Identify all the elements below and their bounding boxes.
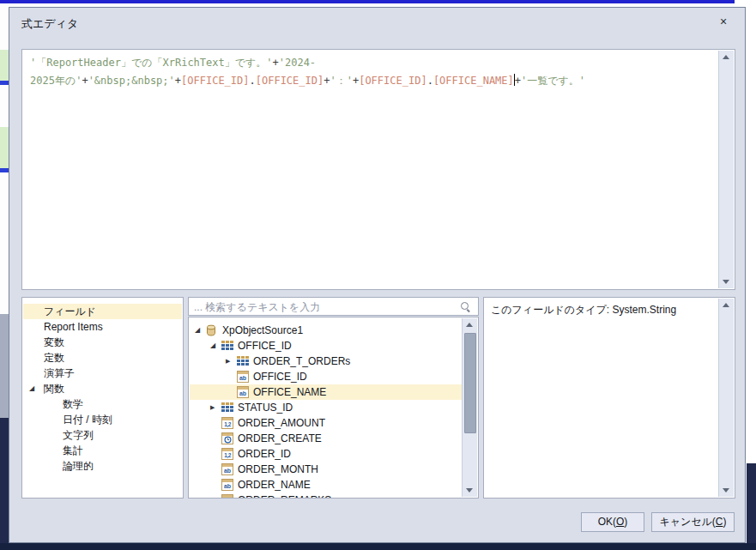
tree-item-label: ORDER_T_ORDERs bbox=[253, 354, 350, 369]
operator-token: . bbox=[250, 75, 256, 87]
tree-item-label: ORDER_ID bbox=[238, 446, 291, 462]
tree-item-label: ORDER_AMOUNT bbox=[238, 415, 325, 431]
tree-item-order-create[interactable]: ORDER_CREATE bbox=[190, 431, 463, 446]
operator-token: + bbox=[82, 75, 88, 87]
expression-line: '「ReportHeader」での「XrRichText」です。'+'2024- bbox=[30, 54, 714, 72]
category-label: 日付 / 時刻 bbox=[63, 412, 112, 427]
expression-editor-dialog: 式エディタ × '「ReportHeader」での「XrRichText」です。… bbox=[9, 7, 746, 543]
tree-scrollbar[interactable] bbox=[462, 318, 477, 497]
scroll-down-icon[interactable] bbox=[719, 275, 733, 288]
tree-item-label: STATUS_ID bbox=[238, 400, 293, 415]
expanded-icon[interactable]: ◢ bbox=[29, 381, 34, 396]
string-token: '：' bbox=[330, 75, 352, 87]
scroll-down-icon[interactable] bbox=[463, 483, 476, 497]
category-label: Report Items bbox=[44, 319, 103, 335]
backdrop-left-strip bbox=[0, 50, 9, 81]
category-item-fields[interactable]: フィールド bbox=[23, 304, 182, 319]
ab-field-icon: ab bbox=[221, 479, 233, 491]
backdrop-left-strip bbox=[0, 85, 9, 127]
tree-item-order-t-orders[interactable]: ▶ ORDER_T_ORDERs bbox=[190, 354, 463, 369]
expanded-icon[interactable]: ◢ bbox=[195, 323, 200, 338]
backdrop-left-strip bbox=[0, 127, 9, 168]
collapsed-icon[interactable]: ▶ bbox=[210, 400, 215, 415]
category-item-string[interactable]: 文字列 bbox=[23, 427, 182, 443]
category-item-math[interactable]: 数学 bbox=[23, 396, 182, 412]
ab-field-icon: ab bbox=[237, 386, 249, 398]
backdrop-right-strip bbox=[747, 463, 756, 550]
ab-field-icon: ab bbox=[221, 463, 233, 475]
field-token: [OFFICE_ID] bbox=[359, 75, 426, 87]
info-scrollbar[interactable] bbox=[718, 299, 734, 497]
backdrop-left-strip bbox=[0, 3, 9, 50]
numeric-field-icon: 1,2 bbox=[221, 417, 233, 429]
tree-item-office-id-table[interactable]: ◢ OFFICE_ID bbox=[190, 338, 463, 354]
search-box[interactable] bbox=[188, 297, 479, 316]
category-label: 集計 bbox=[63, 443, 83, 458]
operator-token: + bbox=[515, 75, 521, 87]
category-item-report-items[interactable]: Report Items bbox=[23, 319, 182, 335]
scroll-down-icon[interactable] bbox=[719, 483, 733, 497]
tree-item-label: XpObjectSource1 bbox=[222, 323, 303, 338]
category-item-variables[interactable]: 変数 bbox=[23, 335, 182, 350]
backdrop-left-strip bbox=[0, 172, 9, 314]
tree-item-label: ORDER_REMARKS bbox=[238, 493, 331, 499]
tree-item-label: ORDER_NAME bbox=[238, 477, 311, 493]
tree-item-order-month[interactable]: ab ORDER_MONTH bbox=[190, 462, 463, 477]
tree-item-label: ORDER_CREATE bbox=[238, 431, 322, 446]
field-tree: ◢ XpObjectSource1 ◢ OFFICE_ID ▶ ORDER_T_… bbox=[188, 317, 479, 499]
operator-token: . bbox=[427, 75, 433, 87]
backdrop-top-blue-strip bbox=[0, 0, 735, 3]
tree-item-office-id-field[interactable]: ab OFFICE_ID bbox=[190, 369, 463, 384]
collapsed-icon[interactable]: ▶ bbox=[226, 354, 230, 369]
category-item-operators[interactable]: 演算子 bbox=[23, 366, 182, 381]
scroll-up-icon[interactable] bbox=[719, 299, 733, 312]
dialog-titlebar[interactable]: 式エディタ × bbox=[9, 8, 745, 40]
string-token: '2024- bbox=[279, 57, 316, 69]
expression-editor-textarea[interactable]: '「ReportHeader」での「XrRichText」です。'+'2024-… bbox=[21, 49, 735, 290]
ok-button[interactable]: OK(O) bbox=[581, 512, 644, 532]
operator-token: + bbox=[273, 57, 279, 69]
category-label: 定数 bbox=[44, 350, 64, 366]
tree-item-xpobjectsource1[interactable]: ◢ XpObjectSource1 bbox=[190, 323, 463, 338]
tree-item-label: OFFICE_ID bbox=[238, 338, 292, 354]
search-icon[interactable] bbox=[461, 302, 470, 311]
tree-item-order-id[interactable]: 1,2 ORDER_ID bbox=[190, 446, 463, 462]
ab-field-icon: ab bbox=[221, 494, 233, 499]
scroll-up-icon[interactable] bbox=[719, 51, 733, 64]
category-label: 文字列 bbox=[63, 427, 94, 443]
string-token: '一覧です。' bbox=[521, 75, 585, 87]
numeric-field-icon: 1,2 bbox=[221, 448, 233, 460]
datetime-field-icon bbox=[221, 432, 233, 444]
category-label: 演算子 bbox=[44, 366, 75, 381]
expanded-icon[interactable]: ◢ bbox=[210, 338, 215, 354]
category-label: 論理的 bbox=[63, 458, 94, 474]
field-token: [OFFICE_NAME] bbox=[433, 75, 514, 87]
cancel-mnemonic: C bbox=[716, 516, 723, 528]
tree-item-label: ORDER_MONTH bbox=[238, 462, 318, 477]
cancel-button[interactable]: キャンセル(C) bbox=[651, 512, 735, 532]
ok-button-label: OK( bbox=[598, 516, 616, 528]
tree-item-order-amount[interactable]: 1,2 ORDER_AMOUNT bbox=[190, 415, 463, 431]
tree-item-office-name-field[interactable]: ab OFFICE_NAME bbox=[190, 384, 463, 400]
search-input[interactable] bbox=[192, 299, 453, 316]
category-label: 変数 bbox=[44, 335, 64, 350]
scroll-up-icon[interactable] bbox=[463, 318, 476, 332]
category-label: 関数 bbox=[44, 381, 64, 396]
expression-line: 2025年の'+'&nbsp;&nbsp;'+[OFFICE_ID].[OFFI… bbox=[30, 72, 714, 90]
category-item-constants[interactable]: 定数 bbox=[23, 350, 182, 366]
category-item-datetime[interactable]: 日付 / 時刻 bbox=[23, 412, 182, 427]
close-icon[interactable]: × bbox=[716, 14, 731, 29]
category-label: 数学 bbox=[63, 396, 83, 412]
category-item-aggregate[interactable]: 集計 bbox=[23, 443, 182, 458]
expression-scrollbar[interactable] bbox=[718, 51, 734, 288]
field-type-text: このフィールドのタイプ: System.String bbox=[491, 303, 676, 317]
scrollbar-thumb[interactable] bbox=[464, 333, 476, 433]
category-item-functions[interactable]: ◢関数 bbox=[23, 381, 182, 396]
backdrop-bottom-strip bbox=[0, 543, 756, 550]
category-list: フィールド Report Items 変数 定数 演算子 ◢関数 数学 日付 /… bbox=[21, 297, 184, 499]
category-item-logical[interactable]: 論理的 bbox=[23, 458, 182, 474]
tree-item-order-remarks[interactable]: ab ORDER_REMARKS bbox=[190, 493, 463, 499]
tree-item-status-id[interactable]: ▶ STATUS_ID bbox=[190, 400, 463, 415]
tree-item-order-name[interactable]: ab ORDER_NAME bbox=[190, 477, 463, 493]
field-token: [OFFICE_ID] bbox=[256, 75, 324, 87]
